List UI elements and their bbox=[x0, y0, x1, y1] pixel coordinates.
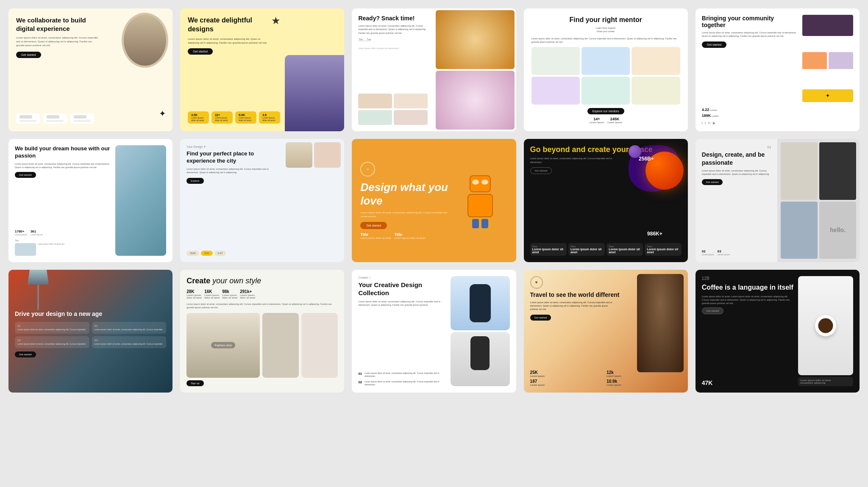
card-9-counter: 256B+ bbox=[639, 156, 654, 162]
card-9-btn[interactable]: Get started bbox=[530, 167, 552, 174]
card-15-left: 12B Coffee is a language in itself Lorem… bbox=[702, 276, 795, 386]
card-snack: Ready? Snack time! Lorem ipsum dolor sit… bbox=[352, 8, 516, 131]
travel-stat-3: 187Lorem ipsum bbox=[530, 379, 605, 386]
lamp-decor bbox=[25, 270, 51, 321]
cup-inner bbox=[818, 318, 833, 333]
card-7-progress: 3528 22% 4.87 bbox=[186, 251, 338, 256]
card-15-btn[interactable]: Get started bbox=[702, 307, 724, 314]
card-mentor: Find your right mentor Learn from expert… bbox=[524, 8, 688, 131]
thumb-3 bbox=[358, 110, 392, 125]
card-12-title: Create your own style bbox=[186, 276, 338, 286]
community-badge: ✦ bbox=[802, 89, 853, 102]
card-11-btn[interactable]: Get started bbox=[15, 351, 36, 357]
card-15-body: Lorem ipsum dolor sit amet. Lorem ipsum … bbox=[702, 295, 795, 305]
mentor-photo-1 bbox=[531, 47, 580, 75]
style-stat-4: 291k+Lorem ipsumdolor sit amet bbox=[240, 289, 255, 299]
card-7-body: Lorem ipsum dolor sit amet, consectetur … bbox=[186, 167, 270, 174]
card-4-title: Find your right mentor bbox=[531, 16, 680, 24]
robot-leg-1 bbox=[472, 219, 479, 228]
card-12-btn[interactable]: Sign up bbox=[186, 380, 203, 386]
card-2-btn[interactable]: Get started bbox=[188, 48, 213, 55]
card-8-left: ☺ Design what you love Lorem ipsum dolor… bbox=[360, 162, 448, 239]
card-13-left: Creator ○ Your Creative Design Collectio… bbox=[358, 276, 447, 386]
card-design-passionate: 01 Design, create, and be passionate Lor… bbox=[696, 139, 860, 262]
card-14-btn[interactable]: Get started bbox=[530, 315, 551, 321]
card-5-btn[interactable]: Get started bbox=[702, 42, 727, 48]
card-10-right: hello. bbox=[777, 139, 860, 262]
card-6-btn[interactable]: Get started bbox=[15, 172, 36, 178]
passionate-photo-2 bbox=[819, 142, 856, 199]
stat-1: 4.5KLorem ipsumdolor sit amet bbox=[188, 111, 209, 124]
card-3-thumbnails bbox=[358, 94, 428, 125]
card-8-title: Design what you love bbox=[360, 181, 448, 207]
card-14-body: Lorem ipsum dolor sit amet, consectetur … bbox=[530, 301, 613, 311]
community-photo-3 bbox=[829, 52, 853, 88]
drive-label-4: 04 bbox=[95, 339, 164, 342]
counter-12b: 12B bbox=[702, 276, 795, 281]
card-4-btn[interactable]: Explore our mentors bbox=[587, 108, 624, 114]
heart-icon: ♥ bbox=[530, 276, 543, 289]
card-15-right: Lorem ipsum dolor sit ametconsectetur ad… bbox=[798, 276, 853, 386]
stat-4: 4.9Lorem ipsumdolor sit amet bbox=[259, 111, 280, 124]
drive-text-1: Lorem ipsum dolor sit amet, consectetur … bbox=[17, 328, 87, 331]
card-1-title: We collaborate to build digital experien… bbox=[16, 16, 98, 33]
card-6-right bbox=[115, 145, 166, 255]
card-1-stats bbox=[16, 113, 165, 124]
card-13-items: 01 Lorem ipsum dolor sit amet, consectet… bbox=[358, 372, 447, 386]
card-delightful: We create delightful designs Lorem ipsum… bbox=[180, 8, 344, 131]
stat-comm-2: 189K Lorem bbox=[702, 113, 799, 118]
coffee-cup bbox=[798, 276, 853, 375]
card-14-stats: 25KLorem ipsum 12kLorem ipsum 187Lorem i… bbox=[530, 370, 682, 386]
travel-stat-1: 25KLorem ipsum bbox=[530, 370, 605, 377]
style-photo-label: Fashion shot bbox=[211, 342, 235, 349]
card-15-title: Coffee is a language in itself bbox=[702, 283, 795, 292]
house-thumb-text: Lorem ipsum dolor sit amet nec... bbox=[38, 243, 112, 256]
prog-tag-1: 3528 bbox=[186, 251, 199, 256]
card8-stat-1: TitleLorem ipsum dolor sit amet bbox=[360, 232, 391, 239]
prog-tag-2: 22% bbox=[201, 251, 213, 256]
card-8-btn[interactable]: Get started bbox=[360, 222, 387, 229]
travel-bg bbox=[637, 274, 684, 372]
card-4-grid bbox=[531, 47, 680, 105]
card-dream-house: We build your dream house with our passi… bbox=[8, 139, 172, 262]
prog-tag-3: 4.87 bbox=[214, 251, 226, 256]
space-stat-4: TotsaLorem ipsum dolor sit amet bbox=[645, 243, 681, 256]
card-3-left: Ready? Snack time! Lorem ipsum dolor sit… bbox=[352, 8, 434, 131]
community-photo-1 bbox=[802, 15, 853, 36]
circle-text: ☺ bbox=[366, 167, 370, 171]
card-15-counter: 47K bbox=[702, 379, 795, 386]
card-10-btn[interactable]: Get started bbox=[702, 179, 723, 185]
card-community: Bringing your community together Lorem i… bbox=[696, 8, 860, 131]
stat-comm-1: 4.22 Lorem bbox=[702, 108, 799, 112]
planet-area bbox=[624, 143, 684, 198]
card-1-btn[interactable]: Get started bbox=[16, 52, 41, 58]
donut-image bbox=[436, 10, 515, 69]
drive-item-1: 01 Lorem ipsum dolor sit amet, consectet… bbox=[15, 322, 89, 334]
travel-stat-4: 10.9kLorem ipsum bbox=[606, 379, 682, 386]
avatar-image bbox=[124, 15, 166, 66]
social-icons: f t in ▶ bbox=[702, 121, 799, 125]
item-text-01: Lorem ipsum dolor sit amet, consectetur … bbox=[364, 372, 447, 378]
card-5-left: Bringing your community together Lorem i… bbox=[702, 15, 799, 125]
card-10-num: 01 bbox=[702, 145, 771, 149]
robot-leg-2 bbox=[481, 219, 488, 228]
card-travel: ♥ Travel to see the world different Lore… bbox=[524, 270, 688, 393]
card-7-btn[interactable]: Explore bbox=[186, 178, 203, 184]
card-12-photos: Fashion shot bbox=[186, 313, 338, 378]
card-10-title: Design, create, and be passionate bbox=[702, 151, 771, 166]
card-perfect-place: Your Design ✦ Find your perfect place to… bbox=[180, 139, 344, 262]
ig-icon: in bbox=[708, 121, 710, 125]
space-stat-1: TotsaLorem ipsum dolor sit amet bbox=[530, 243, 567, 256]
robot-body bbox=[463, 175, 497, 226]
tw-icon: t bbox=[705, 121, 706, 125]
card-2-title: We create delightful designs bbox=[188, 16, 277, 34]
community-photo-2 bbox=[802, 52, 827, 88]
collection-item-1: 01 Lorem ipsum dolor sit amet, consectet… bbox=[358, 372, 447, 378]
card-11-content: 01 Lorem ipsum dolor sit amet, consectet… bbox=[15, 322, 166, 348]
card-10-left: 01 Design, create, and be passionate Lor… bbox=[696, 139, 778, 262]
donut2-image bbox=[436, 71, 515, 130]
thumb-4 bbox=[394, 110, 428, 125]
card-13-subtitle: Creator ○ bbox=[358, 276, 447, 279]
stat-mentor-2: 245KLorem ipsum bbox=[607, 117, 622, 124]
travel-image bbox=[637, 274, 684, 372]
